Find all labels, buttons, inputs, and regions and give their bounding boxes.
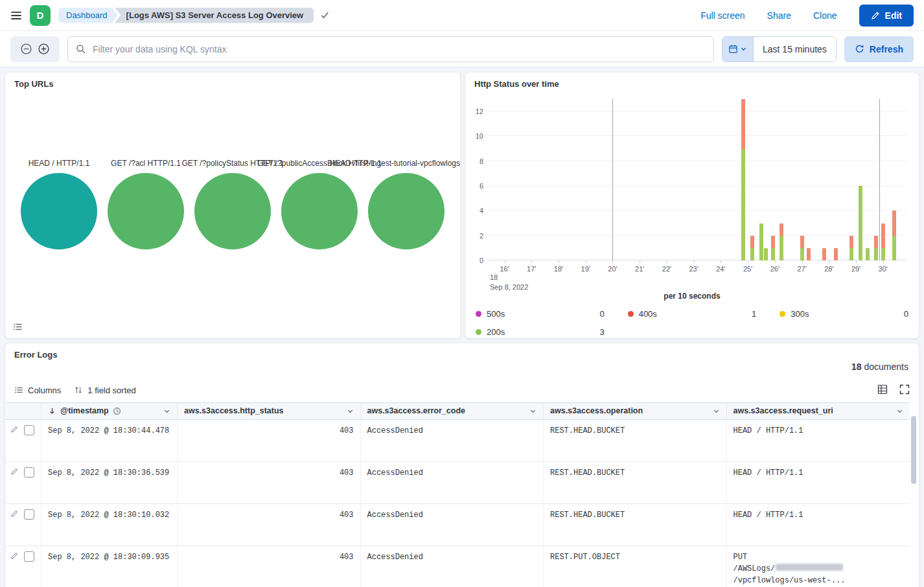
pie-chart-2: GET /?policyStatus HTTP/1.1 <box>189 159 276 249</box>
bar-200s[interactable] <box>771 248 775 260</box>
row-checkbox[interactable] <box>24 467 34 478</box>
cell-request-uri[interactable]: HEAD / HTTP/1.1 <box>727 504 910 546</box>
legend-toggle-icon[interactable] <box>13 322 23 332</box>
row-expand-pencil-icon[interactable] <box>10 509 19 520</box>
breadcrumb-dashboard[interactable]: Dashboard <box>58 8 118 23</box>
bar-400s[interactable] <box>849 236 853 248</box>
display-options-icon[interactable] <box>877 384 888 397</box>
legend-item-400s[interactable]: 400s1 <box>628 307 757 320</box>
bar-400s[interactable] <box>780 224 783 236</box>
bar-200s[interactable] <box>874 248 878 260</box>
cell-error-code[interactable]: AccessDenied <box>361 546 544 587</box>
bar-200s[interactable] <box>800 248 804 260</box>
chevron-down-icon <box>713 408 720 415</box>
edit-button[interactable]: Edit <box>859 5 914 27</box>
date-picker-button[interactable] <box>722 37 754 62</box>
share-link[interactable]: Share <box>767 10 791 21</box>
bar-400s[interactable] <box>800 236 804 248</box>
menu-icon[interactable] <box>10 10 22 21</box>
cell-operation[interactable]: REST.HEAD.BUCKET <box>544 504 727 546</box>
bar-400s[interactable] <box>881 224 885 248</box>
columns-button[interactable]: Columns <box>14 386 61 395</box>
cell-operation[interactable]: REST.PUT.OBJECT <box>544 546 727 587</box>
bar-400s[interactable] <box>741 99 745 149</box>
bar-200s[interactable] <box>741 149 745 260</box>
row-checkbox[interactable] <box>24 509 34 520</box>
bar-400s[interactable] <box>834 248 838 260</box>
table-scrollbar[interactable] <box>911 416 916 484</box>
row-controls <box>5 420 41 461</box>
column-header-http-status[interactable]: aws.s3access.http_status <box>178 403 361 419</box>
row-expand-pencil-icon[interactable] <box>10 551 19 562</box>
pie-slice[interactable] <box>368 173 445 249</box>
legend-item-500s[interactable]: 500s0 <box>476 307 605 320</box>
bar-200s[interactable] <box>750 248 754 260</box>
cell-http-status[interactable]: 403 <box>178 420 361 461</box>
kql-search-box[interactable] <box>67 36 714 62</box>
cell-request-uri[interactable]: HEAD / HTTP/1.1 <box>727 420 910 461</box>
row-expand-pencil-icon[interactable] <box>10 425 19 436</box>
bar-400s[interactable] <box>807 248 811 260</box>
bar-400s[interactable] <box>892 211 896 235</box>
x-tick-label: 25' <box>743 265 752 273</box>
clone-link[interactable]: Clone <box>813 10 837 21</box>
cell-request-uri[interactable]: PUT /AWSLogs//vpcflowlogs/us-west-... <box>727 546 910 587</box>
column-header-error-code[interactable]: aws.s3access.error_code <box>361 403 544 419</box>
bar-200s[interactable] <box>780 236 783 260</box>
row-checkbox[interactable] <box>24 551 34 562</box>
cell-timestamp[interactable]: Sep 8, 2022 @ 18:30:36.539 <box>41 462 178 503</box>
refresh-button[interactable]: Refresh <box>844 36 914 62</box>
cell-timestamp[interactable]: Sep 8, 2022 @ 18:30:44.478 <box>41 420 178 461</box>
cell-error-code[interactable]: AccessDenied <box>361 504 544 546</box>
x-tick-mark <box>856 260 857 263</box>
pie-slice[interactable] <box>281 173 358 249</box>
sort-fields-label: 1 field sorted <box>87 386 135 395</box>
row-expand-pencil-icon[interactable] <box>10 467 19 478</box>
cell-timestamp[interactable]: Sep 8, 2022 @ 18:30:10.032 <box>41 504 178 546</box>
column-header-request-uri[interactable]: aws.s3access.request_uri <box>727 403 910 419</box>
legend-item-300s[interactable]: 300s0 <box>780 307 908 320</box>
bar-400s[interactable] <box>874 236 878 248</box>
cell-operation[interactable]: REST.HEAD.BUCKET <box>544 462 727 503</box>
pie-slice[interactable] <box>108 173 184 249</box>
bar-400s[interactable] <box>750 236 754 248</box>
cell-error-code[interactable]: AccessDenied <box>361 462 544 503</box>
pie-slice[interactable] <box>21 173 97 249</box>
column-header-operation[interactable]: aws.s3access.operation <box>544 403 727 419</box>
bar-200s[interactable] <box>849 248 853 260</box>
legend-value: 0 <box>599 309 604 319</box>
saved-check-icon[interactable] <box>320 10 330 20</box>
pie-slice[interactable] <box>194 173 271 249</box>
bar-200s[interactable] <box>764 248 768 260</box>
cell-http-status[interactable]: 403 <box>178 504 361 546</box>
full-screen-link[interactable]: Full screen <box>700 10 745 21</box>
fullscreen-icon[interactable] <box>899 384 910 397</box>
search-input[interactable] <box>91 43 706 55</box>
bar-400s[interactable] <box>822 248 826 260</box>
x-tick-label: 16' <box>500 265 509 273</box>
x-tick-label: 24' <box>716 265 725 273</box>
cell-http-status[interactable]: 403 <box>178 462 361 503</box>
bar-200s[interactable] <box>881 248 885 260</box>
cell-error-code[interactable]: AccessDenied <box>361 420 544 461</box>
bar-400s[interactable] <box>771 236 775 248</box>
bar-200s[interactable] <box>892 236 896 260</box>
x-tick-mark <box>586 260 586 263</box>
legend-item-200s[interactable]: 200s3 <box>476 325 605 338</box>
bar-200s[interactable] <box>866 248 870 260</box>
y-tick-label: 4 <box>479 207 483 214</box>
cell-http-status[interactable]: 403 <box>178 546 361 587</box>
cell-timestamp[interactable]: Sep 8, 2022 @ 18:30:09.935 <box>41 546 178 587</box>
space-avatar[interactable]: D <box>30 5 51 26</box>
bar-200s[interactable] <box>859 186 862 260</box>
time-range-button[interactable]: Last 15 minutes <box>754 37 836 62</box>
query-bar: Last 15 minutes Refresh <box>0 31 924 67</box>
sort-fields-button[interactable]: 1 field sorted <box>74 386 135 395</box>
row-checkbox[interactable] <box>24 425 34 435</box>
cell-request-uri[interactable]: HEAD / HTTP/1.1 <box>727 462 910 503</box>
column-header-timestamp[interactable]: @timestamp <box>41 403 178 419</box>
add-filter-button[interactable] <box>38 43 50 55</box>
bar-200s[interactable] <box>759 224 763 260</box>
filter-exclude-button[interactable] <box>20 43 32 55</box>
cell-operation[interactable]: REST.HEAD.BUCKET <box>544 420 727 461</box>
